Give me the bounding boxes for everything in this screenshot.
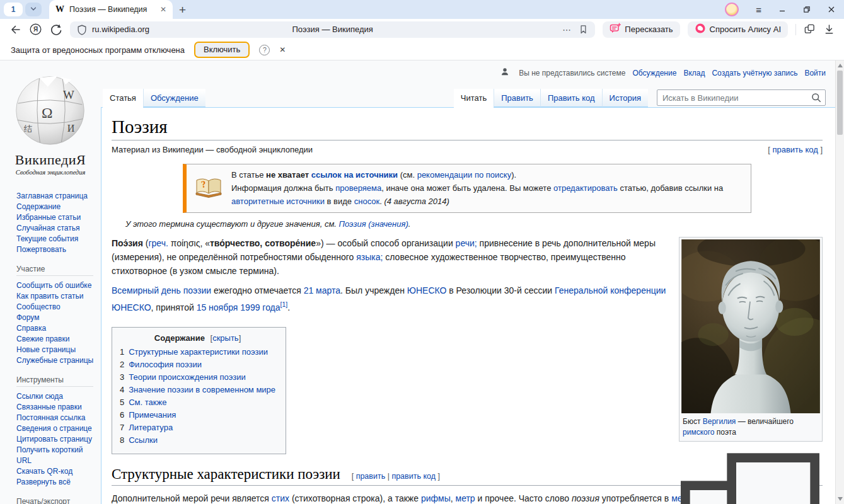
sidebar-item[interactable]: Постоянная ссылка	[16, 413, 96, 423]
search-icon[interactable]	[811, 93, 821, 105]
refresh-icon[interactable]	[50, 23, 62, 36]
enlarge-icon[interactable]	[681, 417, 819, 504]
browser-window: 1 W Поэзия — Википедия ✕ + ≡	[0, 0, 844, 504]
sidebar-item[interactable]: Избранные статьи	[16, 212, 96, 223]
personal-link[interactable]: Обсуждение	[632, 69, 676, 77]
sidebar-item[interactable]: Сообщество	[16, 302, 96, 312]
view-tab[interactable]: Править код	[540, 89, 602, 107]
from-wikipedia-text: Материал из Википедии — свободной энцикл…	[112, 145, 313, 154]
wiki-sidebar: W Ω И 结 ВикипедиЯ Свободная энциклопедия…	[0, 60, 101, 504]
maximize-icon[interactable]	[803, 6, 811, 13]
toc-item[interactable]: 8Ссылки	[120, 434, 275, 447]
toc-item[interactable]: 3Теории происхождения поэзии	[120, 371, 275, 384]
sidebar-section-title: Инструменты	[16, 375, 93, 387]
browser-tab[interactable]: W Поэзия — Википедия ✕	[49, 0, 173, 19]
sidebar-item[interactable]: Служебные страницы	[16, 355, 96, 366]
sidebar-item[interactable]: Сообщить об ошибке	[16, 280, 96, 291]
search-input[interactable]	[657, 89, 826, 106]
tab-close-icon[interactable]: ✕	[160, 6, 166, 13]
sidebar-item[interactable]: Текущие события	[16, 234, 96, 244]
toc-item[interactable]: 1Структурные характеристики поэзии	[120, 346, 275, 358]
sidebar-item[interactable]: Заглавная страница	[16, 191, 96, 202]
svg-text:结: 结	[23, 124, 32, 134]
ask-alice-button[interactable]: Спросить Алису AI	[688, 21, 788, 38]
minimize-icon[interactable]	[778, 6, 786, 13]
sidebar-item[interactable]: Получить короткий URL	[16, 445, 96, 466]
personal-link[interactable]: Вклад	[683, 69, 705, 77]
edit-source-link[interactable]: [ править код ]	[768, 145, 823, 154]
namespace-tab[interactable]: Обсуждение	[143, 89, 205, 107]
sidebar-item[interactable]: Справка	[16, 323, 96, 334]
section-edit-links[interactable]: [ править | править код ]	[352, 472, 440, 481]
table-of-contents: Содержание [скрыть] 1Структурные характе…	[112, 327, 286, 454]
sidebar-section-title: Печать/экспорт	[16, 497, 93, 504]
chevron-down-icon	[30, 4, 37, 15]
article-thumbnail[interactable]: Бюст Вергилия — величайшего римского поэ…	[679, 237, 823, 442]
virgil-bust-image	[681, 239, 820, 413]
toc-item[interactable]: 2Философия поэзии	[120, 358, 275, 371]
sidebar-item[interactable]: Новые страницы	[16, 345, 96, 355]
retell-button[interactable]: Пересказать	[603, 21, 679, 38]
toc-item[interactable]: 7Литература	[120, 421, 275, 434]
warning-close-icon[interactable]: ✕	[279, 45, 286, 54]
toc-item[interactable]: 4Значение поэзии в современном мире	[120, 384, 275, 396]
sidebar-main-list: Заглавная страницаСодержаниеИзбранные ст…	[16, 191, 96, 255]
toc-item[interactable]: 5См. также	[120, 396, 275, 409]
browser-toolbar: Я ru.wikipedia.org Поэзия — Википедия ⋯ …	[0, 19, 844, 40]
more-icon[interactable]: ⋯	[562, 25, 572, 35]
sidebar-item[interactable]: Ссылки сюда	[16, 391, 96, 402]
sidebar-item[interactable]: Как править статьи	[16, 291, 96, 302]
view-tab[interactable]: Править	[494, 89, 540, 107]
url-text[interactable]: ru.wikipedia.org	[92, 25, 149, 34]
extensions-icon[interactable]	[804, 23, 816, 35]
tab-count-badge[interactable]: 1	[4, 3, 23, 16]
bookmark-icon[interactable]	[578, 24, 589, 35]
notice-text: В статье не хватает ссылок на источники …	[231, 169, 743, 208]
sidebar-item[interactable]: Связанные правки	[16, 402, 96, 413]
sidebar-item[interactable]: Случайная статья	[16, 223, 96, 234]
page-scrollbar[interactable]	[835, 60, 844, 504]
article-content: Поэзия Материал из Википедии — свободной…	[101, 107, 835, 504]
help-icon[interactable]: ?	[259, 45, 270, 55]
notice-line-2: Информация должна быть проверяема, иначе…	[231, 182, 743, 209]
scroll-down-arrow-icon[interactable]	[838, 497, 843, 501]
view-tab[interactable]: Читать	[454, 89, 494, 108]
scrollbar-thumb[interactable]	[837, 71, 843, 135]
back-icon[interactable]	[9, 23, 21, 36]
view-tab[interactable]: История	[602, 89, 648, 107]
toc-item[interactable]: 6Примечания	[120, 409, 275, 421]
close-icon[interactable]	[828, 6, 835, 13]
browser-menu-icon[interactable]: ≡	[756, 4, 761, 15]
new-tab-button[interactable]: +	[179, 4, 186, 16]
personal-link[interactable]: Войти	[804, 69, 826, 77]
retell-icon	[610, 23, 621, 36]
sidebar-item[interactable]: Пожертвовать	[16, 244, 96, 255]
svg-text:W: W	[63, 88, 74, 101]
sidebar-item[interactable]: Скачать QR-код	[16, 466, 96, 477]
sidebar-item[interactable]: Развернуть всё	[16, 477, 96, 488]
shield-icon[interactable]	[76, 24, 88, 35]
wikipedia-logo[interactable]: W Ω И 结 ВикипедиЯ Свободная энциклопедия	[11, 72, 90, 176]
sidebar-item[interactable]: Сведения о странице	[16, 423, 96, 434]
user-icon	[500, 67, 509, 78]
personal-links: ОбсуждениеВкладСоздать учётную записьВой…	[632, 69, 826, 77]
search-box	[657, 89, 826, 106]
toc-hide-toggle[interactable]: [скрыть]	[211, 333, 241, 343]
profile-avatar[interactable]	[725, 3, 739, 16]
sidebar-item[interactable]: Цитировать страницу	[16, 434, 96, 445]
downloads-icon[interactable]	[823, 23, 835, 35]
toc-title: Содержание	[154, 333, 205, 343]
yandex-icon[interactable]: Я	[29, 23, 42, 36]
sidebar-item[interactable]: Содержание	[16, 202, 96, 212]
namespace-tab[interactable]: Статья	[103, 89, 143, 108]
tab-list-button[interactable]	[25, 3, 42, 16]
sidebar-item[interactable]: Форум	[16, 312, 96, 323]
alice-label: Спросить Алису AI	[710, 25, 781, 34]
address-bar[interactable]: ru.wikipedia.org Поэзия — Википедия ⋯	[70, 21, 595, 38]
book-question-icon: ?	[194, 175, 223, 203]
sidebar-item[interactable]: Свежие правки	[16, 334, 96, 345]
enable-protection-button[interactable]: Включить	[194, 42, 250, 58]
personal-link[interactable]: Создать учётную запись	[712, 69, 797, 77]
scroll-up-arrow-icon[interactable]	[838, 64, 843, 67]
wikipedia-globe-icon: W Ω И 结	[13, 138, 88, 149]
